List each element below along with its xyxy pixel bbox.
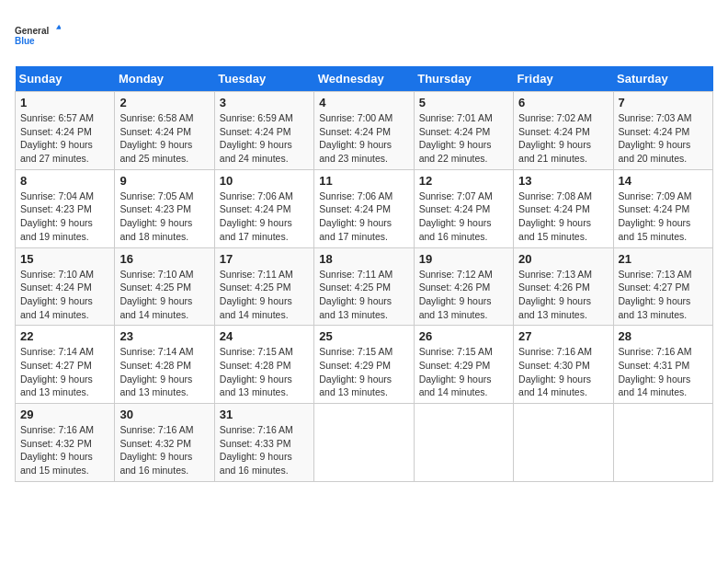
sunrise-text: Sunrise: 7:10 AM: [20, 268, 109, 282]
sunrise-text: Sunrise: 7:13 AM: [619, 268, 708, 282]
sunset-text: Sunset: 4:24 PM: [619, 125, 708, 139]
day-info: Sunrise: 7:10 AM Sunset: 4:24 PM Dayligh…: [20, 268, 109, 322]
calendar-week-3: 15 Sunrise: 7:10 AM Sunset: 4:24 PM Dayl…: [16, 247, 713, 326]
day-info: Sunrise: 7:06 AM Sunset: 4:24 PM Dayligh…: [319, 190, 408, 244]
sunrise-text: Sunrise: 7:01 AM: [419, 111, 508, 125]
day-number: 27: [518, 329, 608, 343]
sunrise-text: Sunrise: 7:00 AM: [319, 111, 408, 125]
calendar-cell: 14 Sunrise: 7:09 AM Sunset: 4:24 PM Dayl…: [613, 169, 712, 247]
calendar-week-4: 22 Sunrise: 7:14 AM Sunset: 4:27 PM Dayl…: [16, 326, 713, 404]
calendar-cell: [314, 404, 414, 482]
calendar-cell: 13 Sunrise: 7:08 AM Sunset: 4:24 PM Dayl…: [514, 169, 613, 247]
daylight-text: Daylight: 9 hours and 24 minutes.: [220, 138, 309, 165]
day-info: Sunrise: 7:15 AM Sunset: 4:29 PM Dayligh…: [419, 345, 508, 399]
calendar-cell: 15 Sunrise: 7:10 AM Sunset: 4:24 PM Dayl…: [16, 247, 115, 326]
daylight-text: Daylight: 9 hours and 14 minutes.: [619, 373, 708, 399]
calendar-cell: 21 Sunrise: 7:13 AM Sunset: 4:27 PM Dayl…: [613, 247, 712, 326]
sunrise-text: Sunrise: 7:14 AM: [20, 345, 109, 359]
day-number: 9: [119, 174, 209, 188]
calendar-table: SundayMondayTuesdayWednesdayThursdayFrid…: [15, 66, 713, 482]
day-info: Sunrise: 7:01 AM Sunset: 4:24 PM Dayligh…: [419, 111, 508, 166]
day-number: 15: [20, 252, 109, 266]
daylight-text: Daylight: 9 hours and 16 minutes.: [419, 216, 508, 243]
day-number: 26: [419, 329, 508, 343]
day-number: 17: [220, 252, 309, 266]
day-number: 23: [119, 329, 209, 343]
day-number: 29: [20, 408, 109, 421]
daylight-text: Daylight: 9 hours and 13 minutes.: [119, 373, 209, 399]
calendar-cell: 6 Sunrise: 7:02 AM Sunset: 4:24 PM Dayli…: [514, 92, 613, 170]
day-info: Sunrise: 7:13 AM Sunset: 4:26 PM Dayligh…: [518, 268, 608, 322]
day-number: 3: [220, 96, 309, 109]
day-info: Sunrise: 7:03 AM Sunset: 4:24 PM Dayligh…: [619, 111, 708, 166]
calendar-cell: 26 Sunrise: 7:15 AM Sunset: 4:29 PM Dayl…: [414, 326, 513, 404]
day-info: Sunrise: 7:08 AM Sunset: 4:24 PM Dayligh…: [518, 190, 608, 244]
daylight-text: Daylight: 9 hours and 15 minutes.: [619, 216, 708, 243]
day-number: 8: [20, 174, 109, 188]
daylight-text: Daylight: 9 hours and 22 minutes.: [419, 138, 508, 165]
calendar-cell: 30 Sunrise: 7:16 AM Sunset: 4:32 PM Dayl…: [115, 404, 214, 482]
day-number: 7: [619, 96, 708, 109]
calendar-cell: 10 Sunrise: 7:06 AM Sunset: 4:24 PM Dayl…: [214, 169, 313, 247]
sunset-text: Sunset: 4:24 PM: [319, 125, 408, 139]
daylight-text: Daylight: 9 hours and 14 minutes.: [119, 294, 209, 321]
day-info: Sunrise: 6:57 AM Sunset: 4:24 PM Dayligh…: [20, 111, 109, 166]
calendar-cell: 31 Sunrise: 7:16 AM Sunset: 4:33 PM Dayl…: [214, 404, 313, 482]
sunrise-text: Sunrise: 7:13 AM: [518, 268, 608, 282]
calendar-cell: 4 Sunrise: 7:00 AM Sunset: 4:24 PM Dayli…: [314, 92, 414, 170]
day-number: 11: [319, 174, 408, 188]
sunrise-text: Sunrise: 6:59 AM: [220, 111, 309, 125]
daylight-text: Daylight: 9 hours and 20 minutes.: [619, 138, 708, 165]
day-info: Sunrise: 7:06 AM Sunset: 4:24 PM Dayligh…: [220, 190, 309, 244]
sunrise-text: Sunrise: 7:04 AM: [20, 190, 109, 203]
daylight-text: Daylight: 9 hours and 25 minutes.: [119, 138, 209, 165]
sunrise-text: Sunrise: 7:05 AM: [119, 190, 209, 203]
sunset-text: Sunset: 4:24 PM: [619, 202, 708, 216]
day-info: Sunrise: 7:11 AM Sunset: 4:25 PM Dayligh…: [319, 268, 408, 322]
calendar-cell: 18 Sunrise: 7:11 AM Sunset: 4:25 PM Dayl…: [314, 247, 414, 326]
calendar-cell: 25 Sunrise: 7:15 AM Sunset: 4:29 PM Dayl…: [314, 326, 414, 404]
day-number: 19: [419, 252, 508, 266]
day-info: Sunrise: 7:09 AM Sunset: 4:24 PM Dayligh…: [619, 190, 708, 244]
daylight-text: Daylight: 9 hours and 13 minutes.: [518, 294, 608, 321]
calendar-cell: 29 Sunrise: 7:16 AM Sunset: 4:32 PM Dayl…: [16, 404, 115, 482]
daylight-text: Daylight: 9 hours and 14 minutes.: [220, 294, 309, 321]
sunrise-text: Sunrise: 7:16 AM: [20, 423, 109, 437]
day-number: 30: [119, 408, 209, 421]
calendar-cell: 24 Sunrise: 7:15 AM Sunset: 4:28 PM Dayl…: [214, 326, 313, 404]
daylight-text: Daylight: 9 hours and 14 minutes.: [20, 294, 109, 321]
day-info: Sunrise: 7:14 AM Sunset: 4:27 PM Dayligh…: [20, 345, 109, 399]
sunrise-text: Sunrise: 7:06 AM: [220, 190, 309, 203]
daylight-text: Daylight: 9 hours and 15 minutes.: [20, 450, 109, 477]
sunset-text: Sunset: 4:24 PM: [20, 125, 109, 139]
sunset-text: Sunset: 4:24 PM: [419, 202, 508, 216]
daylight-text: Daylight: 9 hours and 14 minutes.: [518, 373, 608, 399]
calendar-cell: [613, 404, 712, 482]
logo-svg: General Blue: [15, 15, 61, 55]
calendar-cell: 17 Sunrise: 7:11 AM Sunset: 4:25 PM Dayl…: [214, 247, 313, 326]
day-header-sunday: Sunday: [16, 66, 115, 92]
sunset-text: Sunset: 4:32 PM: [119, 437, 209, 451]
sunset-text: Sunset: 4:33 PM: [220, 437, 309, 451]
day-header-monday: Monday: [115, 66, 214, 92]
day-header-friday: Friday: [514, 66, 613, 92]
daylight-text: Daylight: 9 hours and 17 minutes.: [220, 216, 309, 243]
day-number: 25: [319, 329, 408, 343]
sunrise-text: Sunrise: 7:06 AM: [319, 190, 408, 203]
sunrise-text: Sunrise: 6:58 AM: [119, 111, 209, 125]
sunrise-text: Sunrise: 7:15 AM: [419, 345, 508, 359]
daylight-text: Daylight: 9 hours and 13 minutes.: [220, 373, 309, 399]
sunset-text: Sunset: 4:24 PM: [319, 202, 408, 216]
sunrise-text: Sunrise: 7:16 AM: [220, 423, 309, 437]
day-number: 5: [419, 96, 508, 109]
svg-text:General: General: [15, 26, 49, 36]
sunrise-text: Sunrise: 7:16 AM: [619, 345, 708, 359]
sunset-text: Sunset: 4:24 PM: [220, 125, 309, 139]
sunset-text: Sunset: 4:31 PM: [619, 359, 708, 373]
day-number: 24: [220, 329, 309, 343]
sunset-text: Sunset: 4:23 PM: [119, 202, 209, 216]
day-info: Sunrise: 7:13 AM Sunset: 4:27 PM Dayligh…: [619, 268, 708, 322]
calendar-cell: 3 Sunrise: 6:59 AM Sunset: 4:24 PM Dayli…: [214, 92, 313, 170]
daylight-text: Daylight: 9 hours and 13 minutes.: [319, 294, 408, 321]
sunset-text: Sunset: 4:24 PM: [20, 281, 109, 294]
